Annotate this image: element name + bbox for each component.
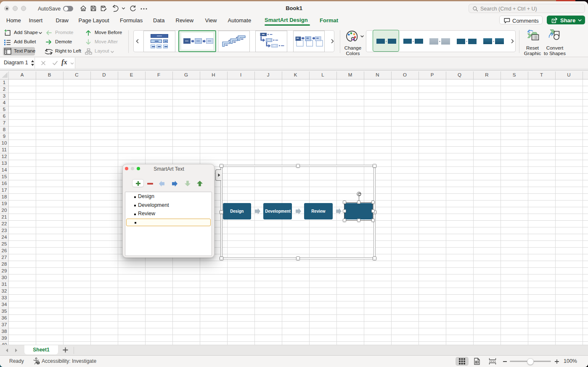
svg-text:11: 11 bbox=[2, 147, 7, 152]
svg-text:29: 29 bbox=[2, 268, 7, 273]
svg-text:R: R bbox=[485, 72, 488, 77]
svg-text:13: 13 bbox=[2, 161, 7, 166]
svg-text:15: 15 bbox=[2, 174, 7, 179]
svg-text:2: 2 bbox=[3, 87, 5, 92]
svg-text:D: D bbox=[102, 72, 106, 77]
svg-text:27: 27 bbox=[2, 255, 7, 260]
svg-text:17: 17 bbox=[2, 187, 7, 193]
svg-text:19: 19 bbox=[2, 201, 7, 206]
svg-text:F: F bbox=[157, 72, 160, 77]
svg-text:K: K bbox=[294, 72, 297, 77]
svg-text:C: C bbox=[75, 72, 78, 77]
svg-text:26: 26 bbox=[2, 248, 7, 253]
svg-text:4: 4 bbox=[3, 100, 6, 105]
svg-text:N: N bbox=[376, 72, 379, 77]
svg-text:31: 31 bbox=[2, 282, 7, 287]
svg-text:B: B bbox=[48, 72, 51, 77]
svg-text:14: 14 bbox=[2, 167, 7, 172]
svg-text:12: 12 bbox=[2, 154, 7, 159]
svg-text:1: 1 bbox=[3, 80, 5, 85]
svg-text:6: 6 bbox=[3, 114, 5, 119]
svg-text:10: 10 bbox=[2, 140, 7, 145]
svg-text:U: U bbox=[567, 72, 570, 77]
svg-text:22: 22 bbox=[2, 221, 7, 226]
svg-text:25: 25 bbox=[2, 241, 7, 246]
svg-text:L: L bbox=[321, 72, 324, 77]
svg-text:P: P bbox=[431, 72, 434, 77]
svg-text:30: 30 bbox=[2, 275, 7, 280]
svg-text:21: 21 bbox=[2, 214, 7, 219]
svg-text:35: 35 bbox=[2, 309, 7, 314]
svg-text:20: 20 bbox=[2, 208, 7, 213]
svg-text:33: 33 bbox=[2, 295, 7, 300]
svg-text:Q: Q bbox=[458, 72, 461, 77]
svg-text:34: 34 bbox=[2, 302, 7, 307]
svg-text:16: 16 bbox=[2, 181, 7, 186]
svg-text:3: 3 bbox=[3, 93, 5, 98]
svg-text:H: H bbox=[212, 72, 215, 77]
svg-text:5: 5 bbox=[3, 107, 5, 112]
svg-text:7: 7 bbox=[3, 120, 5, 125]
svg-text:E: E bbox=[130, 72, 133, 77]
svg-text:32: 32 bbox=[2, 288, 7, 293]
svg-text:G: G bbox=[184, 72, 188, 77]
svg-text:28: 28 bbox=[2, 261, 7, 267]
svg-text:9: 9 bbox=[3, 134, 5, 139]
svg-text:T: T bbox=[540, 72, 543, 77]
svg-text:37: 37 bbox=[2, 322, 7, 327]
svg-text:J: J bbox=[267, 72, 270, 77]
svg-text:A: A bbox=[21, 72, 24, 77]
svg-text:I: I bbox=[240, 72, 241, 77]
svg-text:38: 38 bbox=[2, 329, 7, 334]
svg-text:O: O bbox=[403, 72, 407, 77]
svg-text:36: 36 bbox=[2, 315, 7, 320]
svg-text:24: 24 bbox=[2, 235, 7, 240]
svg-text:39: 39 bbox=[2, 335, 7, 341]
svg-text:18: 18 bbox=[2, 194, 7, 199]
svg-text:23: 23 bbox=[2, 228, 7, 233]
svg-text:M: M bbox=[348, 72, 352, 77]
svg-text:8: 8 bbox=[3, 127, 5, 132]
svg-text:S: S bbox=[513, 72, 516, 77]
